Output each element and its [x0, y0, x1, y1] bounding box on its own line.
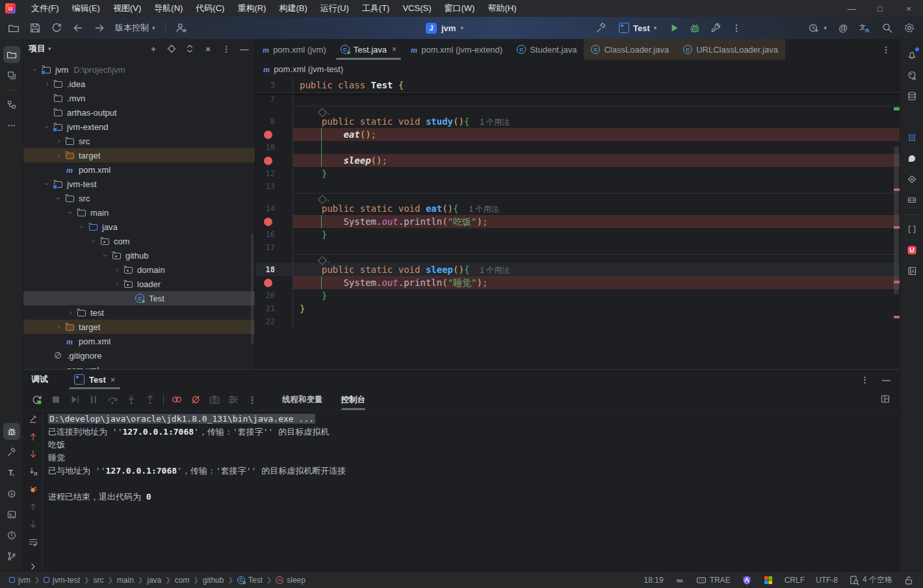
breakpoint-icon[interactable]	[264, 218, 272, 226]
run-config-widget[interactable]: Test▾	[619, 23, 656, 33]
chevron-icon[interactable]	[88, 236, 99, 246]
debug-session-tab[interactable]: Test ×	[68, 370, 122, 389]
breakpoint-icon[interactable]	[264, 131, 272, 139]
editor-gutter[interactable]: 13	[255, 180, 293, 193]
step-out-icon[interactable]	[144, 394, 156, 405]
kebab-icon[interactable]: ⋮	[731, 22, 742, 34]
close-button[interactable]: ×	[894, 0, 923, 17]
editor-gutter[interactable]	[255, 154, 293, 167]
plus-icon[interactable]: +	[148, 44, 159, 54]
project-widget[interactable]: J jvm ▾	[426, 17, 463, 39]
status-shield-plugin[interactable]	[742, 575, 752, 585]
next-message-icon[interactable]	[28, 519, 38, 530]
chevron-icon[interactable]	[53, 322, 64, 332]
stripe-build[interactable]	[3, 444, 20, 461]
scrollbar-thumb[interactable]	[894, 146, 899, 294]
status-ms-plugin[interactable]	[763, 575, 774, 585]
stripe-version-control[interactable]	[3, 548, 20, 565]
editor-gutter[interactable]: 16	[255, 228, 293, 241]
menu-item[interactable]: 导航(N)	[148, 0, 189, 17]
chevron-icon[interactable]	[42, 79, 52, 89]
console-output[interactable]: D:\develop\java\oracle\jdk1.8.0_131\bin\…	[43, 413, 900, 572]
sliders-icon[interactable]	[228, 394, 239, 405]
tree-item-github[interactable]: github	[23, 248, 255, 262]
more-icon[interactable]: ⋮	[861, 375, 869, 385]
kebab-icon[interactable]: ⋮	[246, 394, 258, 405]
wrench-icon[interactable]	[710, 22, 722, 34]
tree-item-jvm[interactable]: jvmD:\project\jvm	[23, 62, 255, 77]
stripe-dictionary[interactable]: A	[904, 262, 920, 279]
tree-item-main[interactable]: main	[23, 205, 255, 220]
more-icon[interactable]	[28, 561, 38, 572]
minimize-button[interactable]: —	[837, 0, 866, 17]
profiler-icon[interactable]	[808, 22, 820, 34]
stripe-plugin-card[interactable]	[904, 192, 920, 209]
arrow-left-icon[interactable]	[72, 22, 84, 34]
stripe-code-vision[interactable]	[904, 171, 920, 188]
run-icon[interactable]	[668, 22, 680, 34]
stripe-project[interactable]	[3, 46, 20, 63]
stripe-bookmarks[interactable]	[3, 67, 20, 84]
scroll-up-icon[interactable]	[28, 431, 38, 442]
editor-gutter[interactable]: 17	[255, 241, 293, 254]
kebab-icon[interactable]: ⋮	[880, 44, 892, 55]
close-icon[interactable]: ×	[392, 45, 396, 54]
layout-icon[interactable]	[880, 394, 890, 404]
at-icon[interactable]: @	[837, 22, 849, 34]
editor-tab-pom.xml (jvm-extend)[interactable]: mpom.xml (jvm-extend)	[404, 39, 510, 60]
project-panel-title[interactable]: 项目	[29, 43, 46, 55]
editor-gutter[interactable]	[255, 276, 293, 289]
breadcrumb-item-com[interactable]: com	[175, 576, 190, 585]
chevron-icon[interactable]	[53, 193, 64, 203]
editor-gutter[interactable]: 18	[255, 263, 293, 276]
breadcrumb-item-jvm[interactable]: jvm	[9, 576, 31, 585]
prev-message-icon[interactable]	[28, 502, 38, 512]
maximize-button[interactable]: □	[866, 0, 894, 17]
editor-tab-Test.java[interactable]: CTest.java×	[333, 39, 404, 60]
status-trae-badge[interactable]: TRAE	[696, 575, 731, 585]
expand-icon[interactable]	[185, 44, 195, 54]
editor-gutter[interactable]: 22	[255, 315, 293, 328]
editor-gutter[interactable]: 12	[255, 167, 293, 180]
editor-content[interactable]: 3public class Test {7⌄8 public static vo…	[255, 78, 900, 369]
scroll-down-icon[interactable]	[28, 449, 38, 459]
scroll-to-end-icon[interactable]	[28, 467, 38, 477]
stripe-more-tools[interactable]: ⋯	[3, 117, 20, 134]
step-over-icon[interactable]	[107, 394, 118, 405]
save-icon[interactable]	[29, 22, 41, 34]
tree-item-.gitignore[interactable]: .gitignore	[23, 348, 255, 363]
tree-item-.mvn[interactable]: .mvn	[23, 91, 255, 105]
editor-tab-pom.xml (jvm)[interactable]: mpom.xml (jvm)	[255, 39, 333, 60]
step-into-icon[interactable]	[125, 394, 137, 405]
mute-bp-icon[interactable]	[190, 394, 202, 405]
tree-item-java[interactable]: java	[23, 220, 255, 234]
clear-icon[interactable]	[28, 414, 38, 424]
stripe-maven[interactable]	[904, 109, 920, 125]
hide-icon[interactable]: —	[882, 375, 890, 385]
status-lock[interactable]	[904, 575, 914, 585]
rerun-icon[interactable]	[31, 394, 43, 405]
editor-gutter[interactable]	[255, 215, 293, 228]
stop-icon[interactable]	[50, 394, 62, 405]
usages-inlay[interactable]: 1 个用法	[480, 266, 510, 275]
breakpoint-icon[interactable]	[264, 157, 272, 165]
open-folder-icon[interactable]	[8, 22, 20, 34]
stripe-plugin-grid[interactable]	[904, 129, 920, 146]
tree-item-domain[interactable]: domain	[23, 262, 255, 277]
breakpoint-icon[interactable]	[264, 279, 272, 287]
locate-icon[interactable]	[166, 44, 177, 54]
editor-gutter[interactable]: 7	[255, 93, 293, 106]
stripe-services[interactable]	[3, 485, 20, 502]
status-clock[interactable]: 18:19	[644, 576, 664, 585]
tree-item-jvm-extend[interactable]: jvm-extend	[23, 120, 255, 134]
debug-tab-控制台[interactable]: 控制台	[341, 389, 366, 410]
chevron-icon[interactable]	[112, 279, 122, 289]
breadcrumb-item-java[interactable]: java	[147, 576, 161, 585]
tree-item-src[interactable]: src	[23, 134, 255, 148]
collapse-icon[interactable]: ×	[203, 44, 213, 54]
tree-item-target[interactable]: target	[23, 320, 255, 334]
usages-inlay[interactable]: 1 个用法	[469, 205, 499, 214]
stripe-debug[interactable]	[3, 423, 20, 440]
chevron-icon[interactable]	[53, 136, 64, 146]
breadcrumb-item-github[interactable]: github	[203, 576, 224, 585]
